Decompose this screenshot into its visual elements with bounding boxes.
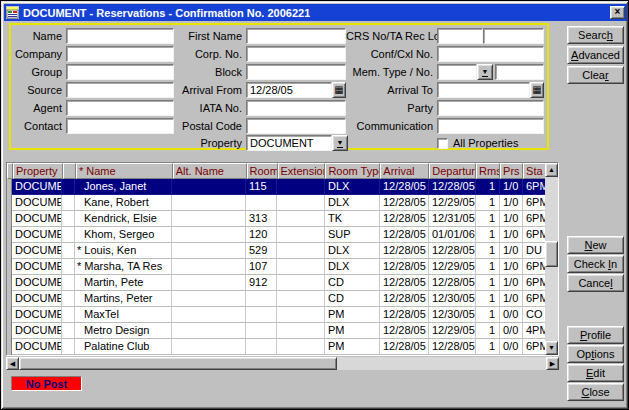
reservation-row[interactable]: DOCUMEMetro DesignPM12/28/0512/29/0510/0…	[7, 323, 547, 339]
column-header-sta: Sta	[523, 163, 547, 179]
horizontal-scrollbar[interactable]: ◀ ▶	[6, 357, 559, 370]
scroll-up-icon[interactable]: ▲	[545, 163, 558, 177]
close-icon[interactable]: ×	[610, 6, 625, 19]
cell-extension	[277, 323, 325, 339]
cell-arrival: 12/28/05	[380, 259, 429, 275]
cell-room	[246, 339, 277, 355]
group-input[interactable]	[66, 64, 174, 80]
advanced-button[interactable]: Advanced	[567, 46, 624, 64]
crs-no-label: CRS No/TA Rec Loc	[346, 30, 437, 42]
block-input[interactable]	[246, 64, 346, 80]
cell-prs: 0/0	[500, 307, 523, 323]
cell-flag	[62, 275, 75, 291]
reservation-row[interactable]: DOCUME* Marsha, TA Res107DLX12/28/0512/2…	[7, 259, 547, 275]
postal-code-input[interactable]	[246, 118, 346, 134]
reservation-row[interactable]: DOCUMEMartins, PeterCD12/28/0512/30/0511…	[7, 291, 547, 307]
cell-arrival: 12/28/05	[380, 291, 429, 307]
vertical-scrollbar[interactable]: ▲ ▼	[545, 163, 558, 355]
cell-sta: 6PM	[523, 179, 547, 195]
arrival-from-calendar-icon[interactable]: ▦	[332, 82, 346, 98]
cell-alt_name	[172, 323, 246, 339]
arrival-from-input[interactable]	[246, 82, 332, 98]
all-properties-checkbox[interactable]	[437, 138, 448, 149]
company-input[interactable]	[66, 46, 174, 62]
cell-name: * Marsha, TA Res	[75, 259, 172, 275]
vertical-scroll-thumb[interactable]	[545, 241, 558, 267]
reservation-row[interactable]: DOCUMEKendrick, Elsie313TK12/28/0512/31/…	[7, 211, 547, 227]
ta-rec-loc-input[interactable]	[483, 28, 544, 44]
cancel-button[interactable]: Cancel	[567, 274, 624, 292]
column-header-flag	[63, 163, 76, 179]
agent-input[interactable]	[66, 100, 174, 116]
cell-property: DOCUME	[12, 227, 62, 243]
source-input[interactable]	[66, 82, 174, 98]
cell-name: Martins, Peter	[75, 291, 172, 307]
reservation-row[interactable]: DOCUMEJones, Janet115DLX12/28/0512/28/05…	[7, 179, 547, 195]
corp-no-input[interactable]	[246, 46, 346, 62]
new-button[interactable]: New	[567, 236, 624, 254]
scroll-right-icon[interactable]: ▶	[546, 357, 559, 370]
reservation-row[interactable]: DOCUME* Louis, Ken529DLX12/28/0512/28/05…	[7, 243, 547, 259]
property-dropdown-icon[interactable]: ▼	[332, 135, 348, 151]
cell-extension	[277, 243, 325, 259]
iata-input[interactable]	[246, 100, 346, 116]
reservations-window: DOCUMENT - Reservations - Confirmation N…	[0, 0, 629, 410]
cell-flag	[62, 179, 75, 195]
scroll-down-icon[interactable]: ▼	[545, 341, 558, 355]
conf-cxl-input[interactable]	[437, 46, 544, 62]
postal-code-label: Postal Code	[174, 120, 246, 132]
property-select[interactable]: DOCUMENT	[246, 135, 332, 151]
title-bar[interactable]: DOCUMENT - Reservations - Confirmation N…	[4, 4, 627, 21]
cell-room_type: CD	[325, 275, 380, 291]
reservations-table: Property* NameAlt. NameRoomExtensionRoom…	[6, 162, 559, 356]
cell-room	[246, 291, 277, 307]
cell-extension	[277, 339, 325, 355]
reservation-row[interactable]: DOCUMEPalatine ClubPM12/28/0512/28/0510/…	[7, 339, 547, 355]
name-input[interactable]	[66, 28, 174, 44]
reservation-row[interactable]: DOCUMEMartin, Pete912CD12/28/0512/28/051…	[7, 275, 547, 291]
crs-no-input[interactable]	[437, 28, 483, 44]
cell-departure: 12/30/05	[429, 307, 476, 323]
clear-button[interactable]: Clear	[567, 66, 624, 84]
scroll-left-icon[interactable]: ◀	[6, 357, 19, 370]
party-input[interactable]	[437, 100, 544, 116]
cell-rms: 1	[476, 275, 500, 291]
options-button[interactable]: Options	[567, 345, 624, 363]
cell-extension	[277, 179, 325, 195]
horizontal-scroll-thumb[interactable]	[19, 357, 337, 370]
arrival-from-label: Arrival From	[174, 84, 246, 96]
search-button[interactable]: Search	[567, 26, 624, 44]
cell-arrival: 12/28/05	[380, 307, 429, 323]
cell-arrival: 12/28/05	[380, 227, 429, 243]
mem-type-input[interactable]	[437, 64, 477, 80]
mem-no-input[interactable]	[495, 64, 544, 80]
cell-sta: 6PM	[523, 195, 547, 211]
cell-prs: 1/0	[500, 243, 523, 259]
company-label: Company	[11, 48, 66, 60]
cell-alt_name	[172, 195, 246, 211]
app-icon[interactable]	[6, 6, 19, 19]
agent-label: Agent	[11, 102, 66, 114]
cell-extension	[277, 259, 325, 275]
profile-button[interactable]: Profile	[567, 326, 624, 344]
cell-rms: 1	[476, 243, 500, 259]
mem-type-dropdown-icon[interactable]: ▼	[477, 64, 493, 80]
cell-sta: CO	[523, 307, 547, 323]
arrival-to-input[interactable]	[437, 82, 530, 98]
first-name-input[interactable]	[246, 28, 346, 44]
communication-input[interactable]	[437, 118, 544, 134]
reservation-row[interactable]: DOCUMEKhom, Sergeo120SUP12/28/0501/01/06…	[7, 227, 547, 243]
cell-alt_name	[172, 275, 246, 291]
edit-button[interactable]: Edit	[567, 364, 624, 382]
reservation-row[interactable]: DOCUMEMaxTelPM12/28/0512/30/0510/0CO	[7, 307, 547, 323]
contact-input[interactable]	[66, 118, 174, 134]
column-header-room_type: Room Type	[325, 163, 380, 179]
cell-departure: 12/30/05	[429, 291, 476, 307]
close-button[interactable]: Close	[567, 383, 624, 401]
reservation-row[interactable]: DOCUMEKane, RobertDLX12/28/0512/29/0511/…	[7, 195, 547, 211]
cell-room: 115	[246, 179, 277, 195]
arrival-to-calendar-icon[interactable]: ▦	[530, 82, 544, 98]
check-in-button[interactable]: Check In	[567, 255, 624, 273]
cell-room: 912	[246, 275, 277, 291]
cell-departure: 12/29/05	[429, 323, 476, 339]
